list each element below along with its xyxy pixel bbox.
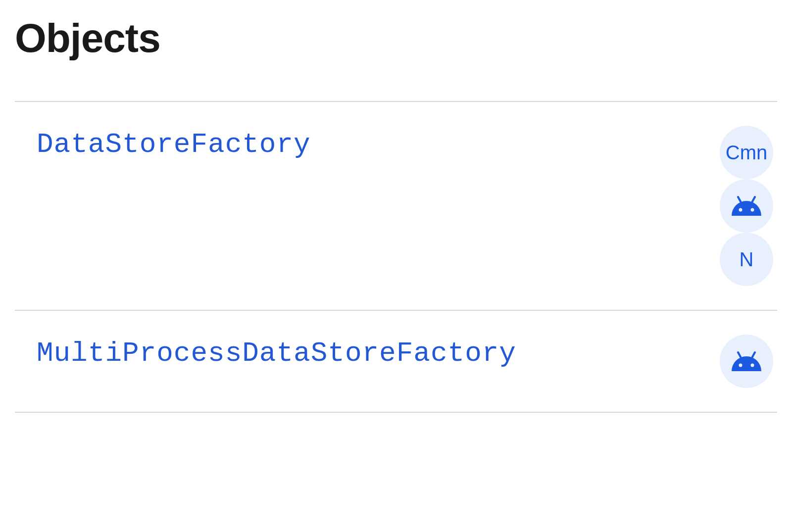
svg-line-0 [738, 197, 741, 202]
platform-badge-label: N [740, 248, 754, 271]
svg-line-4 [738, 352, 741, 358]
svg-point-3 [751, 208, 754, 212]
object-row: DataStoreFactory Cmn [15, 102, 777, 310]
svg-point-6 [739, 364, 742, 367]
platform-badges [720, 335, 773, 388]
objects-section: Objects DataStoreFactory Cmn [0, 0, 792, 413]
svg-line-1 [752, 197, 755, 202]
android-icon [731, 196, 762, 216]
svg-line-5 [752, 352, 755, 358]
section-title: Objects [15, 15, 777, 61]
divider [15, 412, 777, 413]
object-link-datastorefactory[interactable]: DataStoreFactory [37, 129, 311, 160]
object-row: MultiProcessDataStoreFactory [15, 311, 777, 412]
platform-badge-android[interactable] [720, 335, 773, 388]
platform-badge-native[interactable]: N [720, 233, 773, 286]
platform-badge-android[interactable] [720, 179, 773, 233]
platform-badge-label: Cmn [726, 142, 767, 164]
svg-point-7 [751, 364, 754, 367]
object-link-multiprocessdatastorefactory[interactable]: MultiProcessDataStoreFactory [37, 338, 516, 369]
platform-badges: Cmn N [720, 126, 773, 286]
svg-point-2 [739, 208, 742, 212]
android-icon [731, 351, 762, 371]
platform-badge-common[interactable]: Cmn [720, 126, 773, 179]
